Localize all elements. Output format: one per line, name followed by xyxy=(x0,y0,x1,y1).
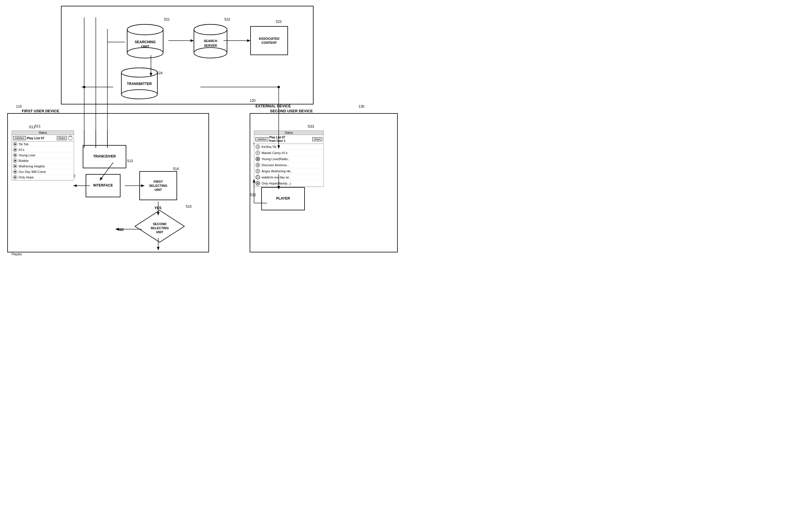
ref-515: 515 xyxy=(186,205,192,209)
p2-song-6: waldeck-our day wi.. xyxy=(262,176,291,179)
svg-text:UNIT: UNIT xyxy=(156,230,164,234)
loading-circle-1 xyxy=(68,136,72,141)
song-row-5: Wuthering Heights xyxy=(12,164,74,169)
p2-song-5: Angra Wuthering He.. xyxy=(262,170,292,173)
song-row-6: Our Day Will Come xyxy=(12,169,74,175)
svg-text:SEARCH: SEARCH xyxy=(204,39,218,43)
playlist1-status: Status xyxy=(12,131,74,135)
svg-point-44 xyxy=(121,90,157,99)
song-row-4: Bubble xyxy=(12,158,74,164)
search-server: SEARCH SERVER xyxy=(192,23,229,61)
ref-521: 521 xyxy=(164,18,170,22)
song-name-7: Only Hope xyxy=(19,176,34,179)
share-btn-2[interactable]: Share xyxy=(312,137,322,141)
playlist2: Status Jukebox Play List 07from User 1 S… xyxy=(254,130,324,187)
play-icon-2[interactable] xyxy=(13,148,17,152)
first-selecting-unit-label: FIRSTSELECTINGUNIT xyxy=(149,180,168,192)
ref-511-num: 511 xyxy=(29,125,35,129)
svg-text:SEARCHING: SEARCHING xyxy=(135,40,155,44)
playlist1-header: Jukebox Play List 07 Share xyxy=(12,135,74,142)
jukebox-btn-1[interactable]: Jukebox xyxy=(13,136,26,140)
jukebox-btn-2[interactable]: Jukebox xyxy=(256,137,268,141)
play-icon-5[interactable] xyxy=(13,164,17,168)
ref-522: 522 xyxy=(224,18,230,22)
svg-point-36 xyxy=(194,48,227,58)
first-user-device-label: FIRST USER DEVICE xyxy=(22,109,59,113)
ref-524: 524 xyxy=(157,71,163,75)
song-name-5: Wuthering Heights xyxy=(19,164,45,168)
p2-song-row-2: Mariah Carey-#1's xyxy=(254,150,323,156)
playlist2-status: Status xyxy=(254,131,323,135)
play-icon-4[interactable] xyxy=(13,159,17,163)
ref-523: 523 xyxy=(276,20,282,24)
tranceiver-box: TRANCEIVER xyxy=(83,145,126,168)
play-icon-1[interactable] xyxy=(13,142,17,146)
svg-point-60 xyxy=(258,165,258,165)
svg-point-37 xyxy=(194,24,227,35)
p2-icon-7 xyxy=(256,181,260,186)
interface-label: INTERFACE xyxy=(93,183,113,188)
play-icon-6[interactable] xyxy=(13,170,17,174)
p2-song-row-6: waldeck-our day wi.. xyxy=(254,174,323,180)
no-label: NO xyxy=(118,228,124,232)
associated-content-label: ASSOCIATED CONTENT xyxy=(259,36,279,45)
p2-song-2: Mariah Carey-#1's xyxy=(262,151,288,155)
ref-513: 513 xyxy=(127,159,133,163)
song-row-3: Young Love xyxy=(12,153,74,158)
p2-icon-4 xyxy=(256,163,260,167)
song-name-6: Our Day Will Come xyxy=(19,170,46,174)
song-row-2: #1's xyxy=(12,147,74,153)
p2-song-row-4: Discover America-.. xyxy=(254,162,323,168)
p2-song-row-7: Only Hope(Mandy...) xyxy=(254,180,323,187)
svg-text:SELECTING: SELECTING xyxy=(151,226,169,230)
p2-icon-6 xyxy=(256,175,260,180)
second-user-device-label: SECOND USER DEVICE xyxy=(270,109,313,113)
svg-point-67 xyxy=(257,183,259,184)
song-name-2: #1's xyxy=(19,148,24,151)
p2-icon-1 xyxy=(256,145,260,149)
associated-content-box: ASSOCIATED CONTENT xyxy=(250,26,288,55)
diagram-container: SEARCHING UNIT 521 SEARCH SERVER 522 ASS… xyxy=(0,0,406,260)
playlist2-header: Jukebox Play List 07from User 1 Share xyxy=(254,135,323,144)
p2-song-row-3: Young Love(Radio.. xyxy=(254,156,323,162)
p2-icon-5 xyxy=(256,169,260,174)
player-label: PLAYER xyxy=(276,196,290,201)
p2-song-row-1: KeSha-Tik xyxy=(254,144,323,150)
playlist1: Status Jukebox Play List 07 Share Tik To… xyxy=(11,130,74,180)
p2-song-7: Only Hope(Mandy...) xyxy=(262,182,291,185)
playlist2-title: Play List 07from User 1 xyxy=(269,136,311,143)
playlist1-footer: Playlist xyxy=(11,252,22,256)
playlist1-title: Play List 07 xyxy=(27,136,56,140)
p2-icon-2 xyxy=(256,151,260,155)
ref-110: 110 xyxy=(16,104,22,109)
svg-point-62 xyxy=(257,170,258,171)
p2-song-row-5: Angra Wuthering He.. xyxy=(254,168,323,174)
svg-point-29 xyxy=(127,24,163,35)
ref-130: 130 xyxy=(358,104,364,109)
song-name-4: Bubble xyxy=(19,159,28,162)
song-name-1: Tik Tok xyxy=(19,143,28,146)
play-icon-7[interactable] xyxy=(13,175,17,179)
svg-point-45 xyxy=(121,68,157,77)
p2-song-3: Young Love(Radio.. xyxy=(262,157,289,161)
interface-box: INTERFACE xyxy=(86,174,120,197)
song-row-1: Tik Tok xyxy=(12,142,74,147)
svg-point-57 xyxy=(257,158,259,160)
svg-point-28 xyxy=(127,48,163,58)
svg-text:UNIT: UNIT xyxy=(141,45,149,49)
svg-text:TRANSMITTER: TRANSMITTER xyxy=(127,82,152,86)
svg-text:SERVER: SERVER xyxy=(204,44,217,47)
external-device-label: EXTERNAL DEVICE xyxy=(256,104,291,108)
song-name-3: Young Love xyxy=(19,153,35,157)
share-btn-1[interactable]: Share xyxy=(57,136,67,140)
song-row-7: Only Hope xyxy=(12,175,74,180)
p2-song-4: Discover America-.. xyxy=(262,163,289,167)
ref-532: 532 xyxy=(250,193,256,197)
player-box: PLAYER xyxy=(261,187,305,210)
transmitter: TRANSMITTER xyxy=(119,67,160,101)
tranceiver-label: TRANCEIVER xyxy=(93,154,116,159)
svg-point-52 xyxy=(257,146,258,147)
p2-icon-3 xyxy=(256,157,260,161)
p2-song-1: KeSha-Tik xyxy=(262,145,277,149)
play-icon-3[interactable] xyxy=(13,153,17,157)
